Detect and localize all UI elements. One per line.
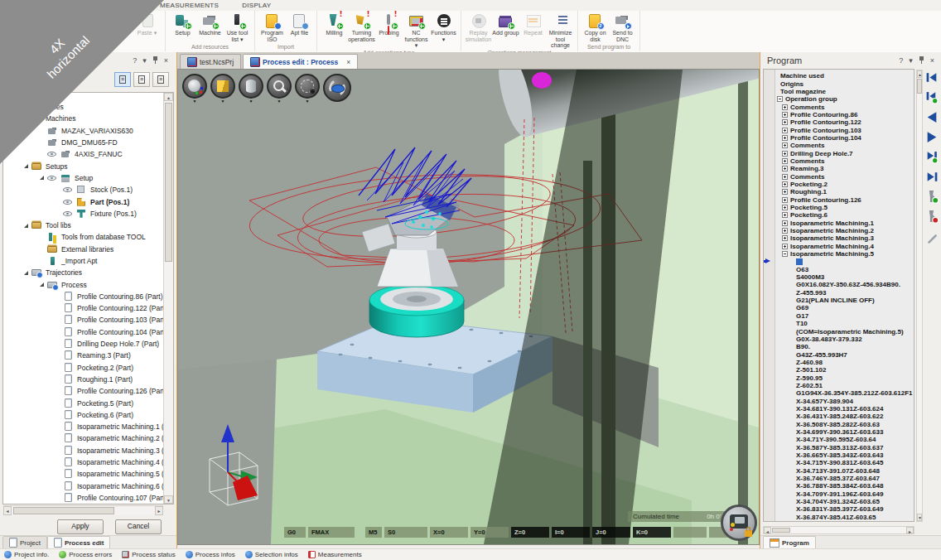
tree-item-part-pos-1[interactable]: Part (Pos.1) (3, 196, 173, 207)
expand-plus-icon[interactable] (782, 104, 788, 110)
expand-plus-icon[interactable] (782, 128, 788, 133)
tree-item-isoparametric-machining-5-part[interactable]: Isoparametric Machining.5 (Part) (3, 468, 173, 480)
machine-head-icon[interactable] (721, 504, 757, 541)
gcode-line-8[interactable]: (COM=Isoparametric Machining.5) (764, 327, 914, 335)
expand-plus-icon[interactable] (782, 135, 788, 141)
setup-button[interactable]: Setup (169, 11, 196, 36)
status-measurements[interactable]: Measurements (308, 551, 362, 558)
status-selection-infos[interactable]: Selection infos (245, 551, 298, 558)
panel-pin[interactable] (152, 56, 158, 65)
gcode-line-16[interactable]: G1G94X-36.354Y-385.212Z-603.612F1 (764, 389, 914, 397)
program-node-profile-contouring-104[interactable]: Profile Contouring.104 (764, 134, 914, 142)
tree-item-fixture-pos-1[interactable]: Fixture (Pos.1) (3, 208, 173, 220)
program-node-isoparametric-machining-1[interactable]: Isoparametric Machining.1 (764, 220, 914, 227)
tree-item-setups[interactable]: Setups (3, 160, 173, 171)
cancel-button[interactable]: Cancel (115, 519, 162, 534)
gcode-line-4[interactable]: G21(PLAN INCLINE OFF) (764, 297, 914, 304)
tree-item-isoparametric-machining-6-part[interactable]: Isoparametric Machining.6 (Part) (3, 480, 173, 492)
use-tool-list-button[interactable]: Use tool list ▾ (224, 11, 251, 42)
program-node-comments[interactable]: Comments (764, 172, 914, 180)
gcode-line-23[interactable]: X-36.587Y-385.313Z-603.637 (764, 444, 914, 451)
tree-item-process[interactable]: Process (3, 278, 173, 290)
minimize-tool-change-button[interactable]: Minimize tool change (547, 11, 574, 49)
dropdown-arrow-icon[interactable]: ▼ (221, 99, 225, 104)
gcode-line-25[interactable]: X-34.715Y-390.831Z-603.645 (764, 459, 914, 466)
add-group-button[interactable]: Add group (492, 11, 519, 36)
gcode-line-10[interactable]: B90. (764, 343, 914, 350)
tree-item-isoparametric-machining-2-part[interactable]: Isoparametric Machining.2 (Part) (3, 432, 173, 444)
status-process-infos[interactable]: Process infos (186, 551, 235, 558)
gcode-line-31[interactable]: X-36.831Y-385.397Z-603.649 (764, 505, 914, 513)
program-node-pocketing-6[interactable]: Pocketing.6 (764, 211, 914, 219)
panel-collapse[interactable]: ▾ (909, 57, 913, 65)
gcode-line-21[interactable]: X-34.699Y-390.361Z-603.633 (764, 428, 914, 436)
scroll-up-arrow[interactable]: ▲ (164, 93, 173, 101)
dropdown-arrow-icon[interactable]: ▼ (306, 99, 310, 104)
status-project-info[interactable]: Project info. (4, 551, 49, 558)
visibility-eye-icon[interactable] (47, 149, 58, 159)
gcode-line-1[interactable]: S4000M3 (764, 273, 914, 281)
tree-item-pocketing-5-part[interactable]: Pocketing.5 (Part) (3, 397, 173, 408)
gcode-line-5[interactable]: G69 (764, 304, 914, 311)
expand-plus-icon[interactable] (782, 174, 788, 180)
expand-plus-icon[interactable] (782, 166, 788, 171)
milling-button[interactable]: Milling (321, 11, 348, 36)
gcode-line-20[interactable]: X-36.508Y-385.282Z-603.63 (764, 420, 914, 427)
gcode-line-17[interactable]: X-34.657Y-389.904 (764, 397, 914, 404)
gcode-line-11[interactable]: G43Z-455.993H7 (764, 350, 914, 358)
tree-item-profile-contouring-107-part[interactable]: Profile Contouring.107 (Part) (3, 492, 173, 504)
tab-program[interactable]: Program (763, 536, 816, 548)
tree-item-tools-from-database-tool[interactable]: Tools from database TOOL (3, 231, 173, 243)
close-tab-icon[interactable]: × (346, 58, 350, 66)
program-node-profile-contouring-122[interactable]: Profile Contouring.122 (764, 118, 914, 126)
tree-item-isoparametric-machining-1-part[interactable]: Isoparametric Machining.1 (Part) (3, 421, 173, 432)
visibility-eye-icon[interactable] (47, 173, 58, 183)
scroll-left-arrow[interactable]: ◄ (3, 506, 12, 515)
document-tab-test-ncsprj[interactable]: test.NcsPrj (180, 54, 241, 69)
tree-item-external-libraries[interactable]: External libraries (3, 244, 173, 255)
program-node-pocketing-2[interactable]: Pocketing.2 (764, 181, 914, 188)
functions-button[interactable]: Functions ▾ (430, 11, 457, 42)
expand-plus-icon[interactable] (782, 235, 788, 241)
gcode-line-28[interactable]: X-36.788Y-385.384Z-603.648 (764, 482, 914, 490)
gcode-line-7[interactable]: T10 (764, 320, 914, 327)
tree-item-profile-contouring-115-part[interactable]: Profile Contouring.115 (Part) (3, 504, 173, 504)
view-selection-button[interactable]: ▼ (295, 74, 320, 99)
scroll-thumb[interactable] (772, 528, 790, 533)
gcode-line-26[interactable]: X-34.713Y-391.07Z-603.648 (764, 467, 914, 475)
tree-item-pocketing-6-part[interactable]: Pocketing.6 (Part) (3, 409, 173, 421)
apt-file-button[interactable]: Apt file (286, 11, 313, 36)
tree-item-stock-pos-1[interactable]: Stock (Pos.1) (3, 184, 173, 196)
gcode-line-0[interactable]: O63 (764, 266, 914, 273)
sim-play-back-button[interactable] (924, 110, 939, 124)
tool-add-button[interactable] (924, 190, 939, 204)
nc-functions-button[interactable]: NC functions ▾ (403, 11, 430, 49)
program-node-machine-used[interactable]: Machine used (764, 72, 914, 80)
expander-icon[interactable] (24, 164, 28, 168)
send-to-dnc-button[interactable]: Send to DNC (609, 11, 636, 42)
visibility-eye-icon[interactable] (63, 185, 74, 195)
expander-icon[interactable] (24, 271, 28, 275)
gcode-line-6[interactable]: G17 (764, 312, 914, 320)
program-iso-button[interactable]: Program ISO (258, 11, 286, 42)
expand-plus-icon[interactable] (782, 189, 788, 195)
expand-plus-icon[interactable] (782, 228, 788, 234)
gcode-line-32[interactable]: X-36.874Y-385.41Z-603.65 (764, 514, 914, 521)
sim-play-button[interactable] (924, 130, 939, 144)
tab-project[interactable]: Project (2, 536, 47, 548)
panel-close[interactable]: × (930, 57, 934, 65)
expander-icon[interactable] (40, 176, 44, 180)
gcode-line-19[interactable]: X-36.431Y-385.248Z-603.622 (764, 413, 914, 420)
expand-plus-icon[interactable] (782, 112, 788, 118)
expander-icon[interactable] (24, 224, 28, 228)
panel-close[interactable]: × (164, 57, 168, 65)
current-gcode-line[interactable] (764, 258, 914, 265)
tree-item-import-apt[interactable]: _Import Apt (3, 255, 173, 267)
dropdown-arrow-icon[interactable]: ▼ (277, 99, 282, 104)
tree-item-profile-contouring-104-part[interactable]: Profile Contouring.104 (Part) (3, 326, 173, 338)
apply-button[interactable]: Apply (57, 519, 104, 534)
visibility-eye-icon[interactable] (63, 197, 74, 207)
gcode-line-2[interactable]: G0X16.082Y-350.63Z-456.934B90. (764, 281, 914, 288)
tree-item-4axis-fanuc[interactable]: 4AXIS_FANUC (3, 148, 173, 160)
scroll-thumb[interactable] (165, 103, 172, 262)
